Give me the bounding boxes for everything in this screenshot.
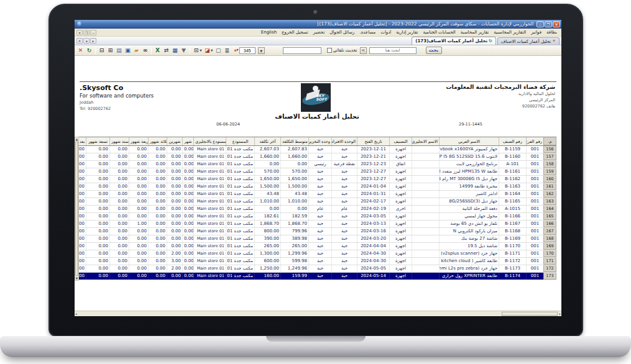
report-tab-1[interactable]: ↻تحليل أعمار كميات الاصناف(173): [412, 37, 496, 45]
copy-icon-dropdown[interactable]: ▼: [200, 48, 202, 52]
column-header-month_2[interactable]: شهرين: [167, 137, 182, 145]
record-count-input[interactable]: [239, 47, 256, 54]
find-icon[interactable]: ∞: [141, 47, 149, 55]
auto-update-checkbox[interactable]: [327, 48, 332, 53]
table-row[interactable]: 168001B-1169شاشة 27 بوصة بنكاجهزة2024-03…: [79, 235, 556, 243]
spinner-arrows-icon[interactable]: ▲▼: [234, 49, 239, 52]
restore-button[interactable]: ❐: [545, 21, 552, 27]
column-header-month_6[interactable]: ستة شهور: [109, 137, 129, 145]
cell-avg_cost: 570.00: [280, 168, 308, 175]
menu-item-10[interactable]: تسجيل الخروج: [279, 30, 311, 35]
menu-item-5[interactable]: تقارير إدارية: [394, 30, 420, 35]
menu-item-0[interactable]: بطاقة: [544, 30, 560, 35]
table-row[interactable]: 156001B-1159جهاز كمبيوتر i9 Wvbook x1600…: [79, 146, 556, 153]
sync-icon[interactable]: ⇄: [162, 47, 170, 55]
menu-item-6[interactable]: أدوات: [378, 30, 394, 35]
column-header-after_year[interactable]: بعد سنة: [79, 137, 86, 145]
column-header-item_no[interactable]: رقم الصنف: [499, 137, 526, 145]
table-row[interactable]: 172001B-1173جهاز جرد (sunmi L2s pro zebr…: [79, 265, 556, 273]
column-header-month_3[interactable]: ثلاثة شهور: [148, 137, 167, 145]
auto-update-toggle[interactable]: تحديث تلقائي: [327, 48, 357, 53]
menu-item-2[interactable]: التقارير المحاسبية: [491, 30, 528, 35]
table-row[interactable]: 165001B-1166محول جهاز لمسياجهزة2024-03-0…: [79, 213, 556, 221]
filter-icon[interactable]: ▼: [180, 47, 188, 55]
report-tabs: ✶تحليل أعمار كميات الاصناف↻تحليل أعمار ك…: [96, 37, 560, 45]
app-icon: [77, 21, 83, 27]
column-header-warehouse_ar[interactable]: المستودع: [226, 137, 254, 145]
mdi-control-0[interactable]: ✕: [76, 30, 83, 35]
close-icon[interactable]: ✕: [76, 47, 85, 55]
clear-icon-dropdown[interactable]: ▼: [211, 48, 213, 52]
excel-export-icon[interactable]: X: [154, 47, 162, 55]
mdi-control-1[interactable]: ❐: [83, 30, 90, 35]
column-header-num[interactable]: م.: [543, 137, 556, 145]
table-row[interactable]: 157001B-1160لابتوب HP I5 8G 512SSD 15.6ا…: [79, 153, 556, 161]
page-setup-icon[interactable]: ▤: [115, 47, 123, 55]
filter-combobox[interactable]: [283, 47, 321, 54]
close-button[interactable]: ✕: [553, 21, 560, 27]
table-row[interactable]: 171001B-1172طابعة كاشير ( SUNMI 80mm kit…: [79, 258, 556, 265]
table-row[interactable]: 164001A-1015دفعة المرحلة الثانيةاخرى2024…: [79, 206, 556, 213]
menu-item-11[interactable]: English: [259, 30, 279, 35]
column-header-open_date[interactable]: تاريخ الفتح: [357, 137, 389, 145]
column-header-avg_cost[interactable]: متوسط التكلفة: [280, 137, 308, 145]
column-header-storage_unit[interactable]: وحدة التخزين: [308, 137, 331, 145]
cell-month_9: 0.00: [86, 191, 109, 198]
scroll-left-icon[interactable]: ◂: [75, 312, 77, 316]
menu-item-3[interactable]: تقارير المحاسبة: [458, 30, 492, 35]
scroll-right-icon[interactable]: ▸: [559, 312, 561, 316]
vertical-scroll-thumb[interactable]: [75, 142, 78, 276]
column-header-default_unit[interactable]: الوحدة الافتراضية: [331, 137, 357, 145]
table-row[interactable]: 170001B-1171جهاز جرد (v2splus scanner)اج…: [79, 250, 556, 258]
menu-item-9[interactable]: تحضير: [311, 30, 328, 35]
table-row[interactable]: 162001B-1164ادابتر كاشيراجهزة2024-01-31ح…: [79, 191, 556, 198]
column-header-name_en[interactable]: الاسم الانجليزي: [412, 137, 439, 145]
column-header-month_9[interactable]: تسعة شهور: [86, 137, 109, 145]
vertical-scrollbar[interactable]: ▲ ▼: [75, 137, 79, 281]
cell-month_1: 0.00: [182, 161, 193, 168]
table-row[interactable]: 161001B-1163محبرة طابعة 14999اجهزة2024-0…: [79, 183, 556, 191]
columns-icon[interactable]: ≣: [223, 47, 231, 55]
column-header-name_ar[interactable]: الاسم العربي: [439, 137, 499, 145]
menu-item-1[interactable]: فواتير: [528, 30, 544, 35]
column-header-warehouse_en[interactable]: المستودع بالانجليزي: [193, 137, 226, 145]
column-header-branch_no[interactable]: رقم الفرع: [526, 137, 543, 145]
menu-item-8[interactable]: رسائل الجوال: [327, 30, 357, 35]
column-header-month_1[interactable]: شهر: [182, 137, 193, 145]
table-row[interactable]: 159001B-1161طابعة HPM135 W ليزر متعدد ال…: [79, 168, 556, 176]
search-nav-button[interactable]: <: [360, 47, 367, 54]
open-folder-icon[interactable]: ▰: [132, 47, 140, 55]
menu-item-4[interactable]: الحسابات الختامية: [420, 30, 458, 35]
tab-control-0[interactable]: ✕: [76, 38, 83, 43]
save-icon[interactable]: ▣: [124, 47, 132, 55]
search-input[interactable]: [369, 47, 417, 54]
cell-month_1: 0.00: [182, 176, 193, 183]
column-header-last_cost[interactable]: آخر تكلفة: [254, 137, 280, 145]
report-tab-0[interactable]: ✶تحليل أعمار كميات الاصناف: [497, 37, 560, 45]
horizontal-scroll-thumb[interactable]: [502, 312, 558, 316]
tab-control-1[interactable]: ◂: [83, 38, 90, 43]
table-row[interactable]: 163001B-1165جهاز ديل (3)8G/256SSDاجهزة20…: [79, 198, 556, 206]
refresh-icon[interactable]: ↻: [85, 47, 93, 55]
zoom-dropdown[interactable]: ▼: [258, 47, 265, 54]
print-preview-icon[interactable]: ⊞: [106, 47, 114, 55]
window-icon[interactable]: ▢: [214, 47, 223, 55]
scroll-up-icon[interactable]: ▲: [76, 137, 78, 141]
column-header-category[interactable]: التصنيف: [389, 137, 412, 145]
table-row[interactable]: 167001B-1168ميزان باركود الكتروني Nاجهزة…: [79, 228, 556, 235]
table-row[interactable]: 160001B-1162جهاز ديل MT 30008G I5 رام 8ا…: [79, 176, 556, 183]
table-row[interactable]: 173001B-1174طابعة XPRINTER رول حرارياجهز…: [79, 273, 556, 280]
grid-icon[interactable]: ▦: [171, 47, 179, 55]
menu-item-7[interactable]: مساعدة.: [357, 30, 378, 35]
table-row[interactable]: 166001B-1167تلفاز يو اتش دي 65 بوصةاجهزة…: [79, 221, 556, 228]
minimize-button[interactable]: —: [537, 21, 544, 27]
search-button[interactable]: بحث: [426, 47, 442, 54]
print-icon[interactable]: ⊟: [98, 47, 106, 55]
scroll-down-icon[interactable]: ▼: [76, 276, 78, 280]
column-header-month_4[interactable]: اربعة شهور: [129, 137, 148, 145]
table-row[interactable]: 158001A-101برنامج الخوارزمي لايتاتفاق202…: [79, 161, 556, 168]
horizontal-scrollbar[interactable]: ◂ ▸: [75, 311, 561, 316]
tab-control-2[interactable]: ▸: [90, 38, 96, 43]
mdi-control-2[interactable]: —: [90, 30, 96, 35]
table-row[interactable]: 169001B-1170شاشة ديل 19.5اجهزة2024-04-04…: [79, 243, 556, 250]
